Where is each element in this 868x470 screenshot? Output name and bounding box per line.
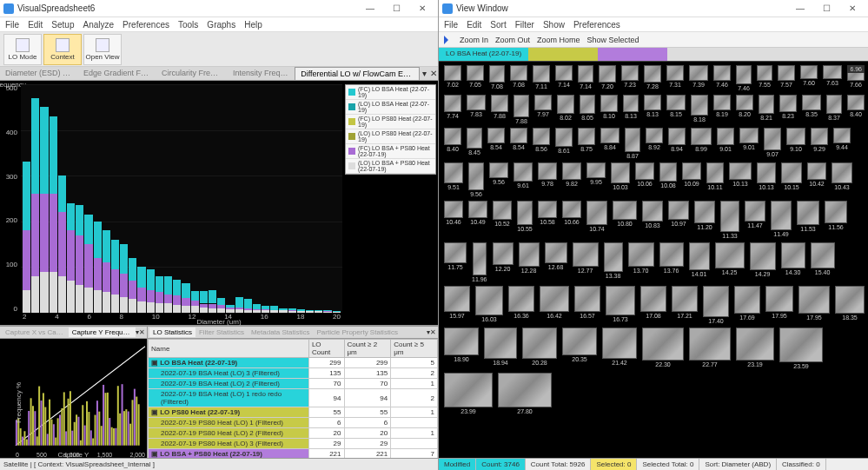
- thumbnail[interactable]: 23.99: [444, 373, 493, 414]
- menu-show[interactable]: Show: [543, 20, 565, 30]
- chart-tab[interactable]: Circularity Frequency %: [156, 67, 228, 80]
- thumbnail[interactable]: 8.99: [691, 128, 712, 159]
- thumbnail[interactable]: 10.74: [586, 201, 607, 239]
- chart-tab[interactable]: Edge Gradient Frequency %: [78, 67, 156, 80]
- thumbnail[interactable]: 7.60: [800, 65, 818, 91]
- thumbnail[interactable]: 10.42: [807, 162, 826, 197]
- thumbnail[interactable]: 8.21: [759, 95, 774, 124]
- thumbnail[interactable]: 12.20: [493, 242, 514, 282]
- thumbnail[interactable]: 12.77: [573, 242, 599, 282]
- thumbnail[interactable]: 9.56: [468, 162, 484, 197]
- thumbnail[interactable]: 7.39: [689, 65, 708, 91]
- thumbnail[interactable]: 7.02: [444, 65, 461, 91]
- thumbnail[interactable]: 7.08: [489, 65, 505, 91]
- tab-close-icon[interactable]: ✕: [429, 67, 438, 80]
- thumbnail[interactable]: 10.46: [444, 201, 463, 239]
- thumbnail[interactable]: 7.55: [757, 65, 772, 91]
- thumbnail[interactable]: 10.06: [635, 162, 654, 197]
- zoom-out-button[interactable]: Zoom Out: [495, 36, 530, 44]
- table-header[interactable]: LO Count: [308, 340, 344, 358]
- thumbnail[interactable]: 10.49: [468, 201, 487, 239]
- toolbtn-context[interactable]: Context: [43, 34, 82, 65]
- thumbnail[interactable]: 10.55: [517, 201, 533, 239]
- thumbnail[interactable]: 7.46: [713, 65, 731, 91]
- thumbnail[interactable]: 16.73: [606, 286, 635, 324]
- thumbnail[interactable]: 10.58: [538, 201, 557, 239]
- legend-item[interactable]: (LO) LO BSA + PS80 Heat (22-07-19): [346, 159, 435, 174]
- menu-setup[interactable]: Setup: [51, 20, 74, 30]
- close-button[interactable]: ✕: [410, 2, 434, 16]
- table-row[interactable]: 2022-07-19 PS80 Heat (LO) 2 (Filtered)20…: [149, 428, 438, 439]
- thumbnail[interactable]: 15.40: [811, 242, 835, 282]
- tab-dropdown-icon[interactable]: ▾: [420, 67, 428, 80]
- thumbnail-grid[interactable]: 7.027.057.087.087.117.147.147.207.237.28…: [439, 62, 868, 458]
- menu-preferences[interactable]: Preferences: [573, 20, 620, 30]
- pointer-icon[interactable]: [444, 36, 453, 44]
- thumbnail[interactable]: 8.19: [713, 95, 731, 124]
- thumbnail[interactable]: 8.54: [487, 128, 505, 159]
- thumbnail[interactable]: 10.66: [562, 201, 581, 239]
- thumbnail[interactable]: 10.03: [611, 162, 630, 197]
- thumbnail[interactable]: 17.69: [734, 286, 760, 324]
- thumbnail[interactable]: 7.20: [599, 65, 616, 91]
- thumbnail[interactable]: 10.52: [493, 201, 512, 239]
- thumbnail[interactable]: 8.40: [444, 128, 461, 159]
- thumbnail[interactable]: 20.28: [522, 328, 557, 369]
- thumbnail[interactable]: 8.23: [779, 95, 797, 124]
- thumbnail[interactable]: 14.01: [689, 242, 710, 282]
- viewer-tab-1[interactable]: [528, 48, 598, 61]
- thumbnail[interactable]: 9.95: [586, 162, 606, 197]
- thumbnail[interactable]: 11.47: [745, 201, 765, 239]
- menu-help[interactable]: Help: [244, 20, 262, 30]
- thumbnail[interactable]: 8.54: [510, 128, 527, 159]
- menu-edit[interactable]: Edit: [467, 20, 481, 30]
- viewer-tab-2[interactable]: [598, 48, 667, 61]
- table-row[interactable]: 2022-07-19 PS80 Heat (LO) 1 (Filtered)66: [149, 418, 438, 428]
- thumbnail[interactable]: 10.83: [642, 201, 663, 239]
- zoom-in-button[interactable]: Zoom In: [460, 36, 488, 44]
- lowerright-tab[interactable]: Filter Statistics: [195, 328, 248, 337]
- thumbnail[interactable]: 9.78: [538, 162, 557, 197]
- thumbnail[interactable]: 11.20: [694, 201, 715, 239]
- lowerleft-tab[interactable]: Capture X vs Capture Y: [2, 328, 69, 337]
- thumbnail[interactable]: 13.70: [628, 242, 654, 282]
- legend-item[interactable]: (FC) LO BSA Heat (22-07-19): [346, 85, 435, 100]
- thumbnail[interactable]: 14.25: [715, 242, 745, 282]
- thumbnail[interactable]: 8.40: [847, 95, 865, 124]
- menu-graphs[interactable]: Graphs: [207, 20, 235, 30]
- thumbnail[interactable]: 11.96: [472, 242, 487, 282]
- thumbnail[interactable]: 9.01: [739, 128, 759, 159]
- thumbnail[interactable]: 8.18: [691, 95, 708, 124]
- thumbnail[interactable]: 8.94: [668, 128, 686, 159]
- table-header[interactable]: Name: [149, 340, 309, 358]
- lowerright-tab[interactable]: LO Statistics: [149, 328, 195, 337]
- thumbnail[interactable]: 8.05: [580, 95, 595, 124]
- thumbnail[interactable]: 10.08: [659, 162, 677, 197]
- thumbnail[interactable]: 8.10: [600, 95, 618, 124]
- thumbnail[interactable]: 14.29: [750, 242, 776, 282]
- thumbnail[interactable]: 8.20: [736, 95, 753, 124]
- table-header[interactable]: Count ≥ 5 μm: [391, 340, 438, 358]
- thumbnail[interactable]: 10.09: [682, 162, 701, 197]
- zoom-home-button[interactable]: Zoom Home: [537, 36, 580, 44]
- toolbtn-open-view[interactable]: Open View: [83, 34, 122, 65]
- thumbnail[interactable]: 17.95: [798, 286, 830, 324]
- thumbnail[interactable]: 7.97: [534, 95, 552, 124]
- table-row[interactable]: ▣ LO BSA + PS80 Heat (22-07-19)2212217: [149, 449, 438, 459]
- thumbnail[interactable]: 13.76: [659, 242, 684, 282]
- legend-item[interactable]: (FC) LO BSA + PS80 Heat (22-07-19): [346, 144, 435, 159]
- menu-filter[interactable]: Filter: [515, 20, 534, 30]
- thumbnail[interactable]: 10.13: [757, 162, 776, 197]
- viewer-tab-0[interactable]: LO BSA Heat (22-07-19): [439, 48, 528, 61]
- lowerright-tab[interactable]: Particle Property Statistics: [314, 328, 401, 337]
- thumbnail[interactable]: 8.13: [623, 95, 639, 124]
- thumbnail[interactable]: 11.75: [444, 242, 467, 282]
- thumbnail[interactable]: 17.08: [640, 286, 666, 324]
- thumbnail[interactable]: 10.97: [668, 201, 689, 239]
- thumbnail[interactable]: 16.57: [574, 286, 600, 324]
- menu-file[interactable]: File: [5, 20, 19, 30]
- legend-item[interactable]: (FC) LO PS80 Heat (22-07-19): [346, 115, 435, 129]
- maximize-button[interactable]: ☐: [384, 2, 408, 16]
- menu-sort[interactable]: Sort: [490, 20, 506, 30]
- thumbnail[interactable]: 17.95: [765, 286, 793, 324]
